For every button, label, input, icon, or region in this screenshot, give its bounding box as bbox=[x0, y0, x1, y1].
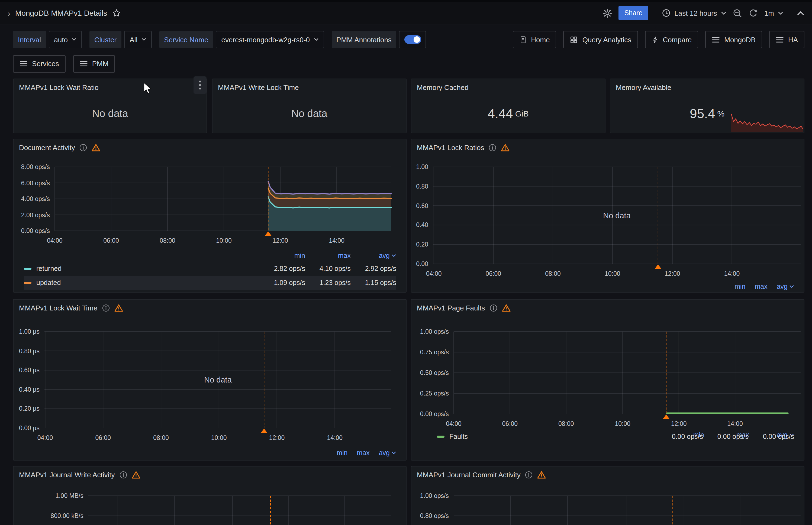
page-faults-legend: Faults 0.00 ops/s 0.00 ops/s 0.00 ops/s bbox=[437, 430, 794, 444]
query-analytics-link-label: Query Analytics bbox=[582, 35, 632, 44]
mmapv1-page-faults-chart[interactable]: 1.00 ops/s0.75 ops/s0.50 ops/s0.25 ops/s… bbox=[454, 332, 801, 414]
warning-icon[interactable] bbox=[92, 143, 101, 151]
zoom-out-icon[interactable] bbox=[733, 9, 742, 18]
mongodb-menu-label: MongoDB bbox=[724, 35, 756, 44]
series-avg: 0.00 ops/s bbox=[749, 433, 794, 440]
clock-icon bbox=[662, 9, 670, 17]
query-analytics-link-button[interactable]: Query Analytics bbox=[563, 31, 638, 48]
info-icon[interactable] bbox=[102, 304, 110, 312]
menu-toolbar: Services PMM bbox=[13, 55, 115, 72]
info-icon[interactable] bbox=[489, 143, 497, 151]
panel-title[interactable]: MMAPv1 Journal Commit Activity bbox=[417, 470, 521, 479]
panel-title[interactable]: MMAPv1 Page Faults bbox=[417, 304, 485, 312]
legend-max-header[interactable]: max bbox=[755, 283, 767, 290]
legend-max-header[interactable]: max bbox=[357, 449, 369, 457]
service-name-select[interactable]: everest-mongodb-w2g-rs0-0 bbox=[216, 31, 324, 48]
panel-title[interactable]: MMAPv1 Journal Write Activity bbox=[19, 470, 115, 479]
dashboard: › MongoDB MMAPv1 Details Share Last 12 h… bbox=[0, 0, 812, 525]
panel-title[interactable]: MMAPv1 Lock Wait Ratio bbox=[19, 83, 99, 91]
breadcrumb-chevron-icon[interactable]: › bbox=[8, 9, 10, 17]
services-menu-button[interactable]: Services bbox=[13, 55, 65, 72]
panel-title[interactable]: Document Activity bbox=[19, 143, 75, 151]
info-icon[interactable] bbox=[525, 470, 533, 479]
legend-row-faults[interactable]: Faults 0.00 ops/s 0.00 ops/s 0.00 ops/s bbox=[437, 430, 794, 444]
pmm-annotations-label: PMM Annotations bbox=[331, 31, 397, 48]
chevron-down-icon bbox=[721, 11, 726, 15]
warning-icon[interactable] bbox=[114, 304, 123, 312]
ha-menu-button[interactable]: HA bbox=[769, 31, 804, 48]
legend-sort-controls: min max avg bbox=[735, 283, 794, 290]
cluster-select[interactable]: All bbox=[124, 31, 151, 48]
interval-value: auto bbox=[54, 35, 68, 44]
pmm-menu-button[interactable]: PMM bbox=[73, 55, 115, 72]
panel-title[interactable]: Memory Available bbox=[616, 83, 671, 91]
refresh-interval-select[interactable]: 1m bbox=[764, 9, 783, 17]
panel-menu-kebab-icon[interactable] bbox=[193, 76, 207, 94]
panel-title[interactable]: Memory Cached bbox=[417, 83, 469, 91]
favorite-star-icon[interactable] bbox=[112, 9, 121, 17]
interval-select[interactable]: auto bbox=[48, 31, 82, 48]
top-nav: › MongoDB MMAPv1 Details Share Last 12 h… bbox=[0, 2, 812, 25]
legend-row-returned[interactable]: returned 2.82 ops/s 4.10 ops/s 2.92 ops/… bbox=[24, 262, 396, 276]
no-data-text: No data bbox=[291, 107, 327, 119]
menu-icon bbox=[19, 60, 28, 67]
info-icon[interactable] bbox=[79, 143, 88, 151]
panel-mmapv1-lock-wait-ratio: MMAPv1 Lock Wait Ratio No data bbox=[13, 78, 207, 133]
legend-min-header[interactable]: min bbox=[735, 283, 745, 290]
compare-link-button[interactable]: Compare bbox=[645, 31, 698, 48]
cluster-filter: Cluster All bbox=[89, 31, 151, 48]
warning-icon[interactable] bbox=[132, 470, 141, 479]
mmapv1-journal-commit-activity-chart[interactable]: 1.00 ops/s0.80 ops/s bbox=[454, 496, 801, 525]
menu-icon bbox=[712, 36, 720, 43]
legend-avg-header[interactable]: avg bbox=[351, 252, 396, 259]
home-link-button[interactable]: Home bbox=[513, 31, 556, 48]
document-activity-chart[interactable]: 8.00 ops/s6.00 ops/s4.00 ops/s2.00 ops/s… bbox=[55, 167, 392, 231]
series-avg: 1.15 ops/s bbox=[351, 279, 396, 287]
mmapv1-lock-ratios-chart[interactable]: 1.000.800.600.400.200.0004:0006:0008:001… bbox=[433, 167, 801, 264]
cluster-label: Cluster bbox=[89, 31, 121, 48]
mmapv1-lock-wait-time-chart[interactable]: 1.00 µs0.80 µs0.60 µs0.40 µs0.20 µs0.00 … bbox=[44, 332, 392, 428]
panel-title[interactable]: MMAPv1 Lock Ratios bbox=[417, 143, 484, 151]
refresh-icon[interactable] bbox=[749, 9, 758, 18]
share-button[interactable]: Share bbox=[619, 6, 649, 20]
series-name: Faults bbox=[449, 433, 468, 440]
services-menu-label: Services bbox=[32, 60, 59, 68]
pmm-annotations-toggle[interactable] bbox=[399, 31, 426, 48]
mmapv1-journal-write-activity-chart[interactable]: 1.00 MB/s800.00 kB/s bbox=[88, 496, 392, 525]
warning-icon[interactable] bbox=[502, 304, 510, 312]
stat-value: 95.4 bbox=[690, 106, 715, 121]
panel-memory-available: Memory Available 95.4 % bbox=[610, 78, 804, 133]
time-range-picker[interactable]: Last 12 hours bbox=[662, 9, 726, 17]
legend-min-header[interactable]: min bbox=[260, 252, 305, 259]
panel-mmapv1-write-lock-time: MMAPv1 Write Lock Time No data bbox=[212, 78, 407, 133]
series-max: 4.10 ops/s bbox=[305, 265, 351, 272]
stat-unit: % bbox=[717, 109, 724, 118]
document-activity-legend: min max avg returned 2.82 ops/s 4.10 ops… bbox=[24, 250, 396, 290]
panel-title[interactable]: MMAPv1 Lock Wait Time bbox=[19, 304, 97, 312]
panel-title[interactable]: MMAPv1 Write Lock Time bbox=[218, 83, 299, 91]
info-icon[interactable] bbox=[489, 304, 497, 312]
panel-mmapv1-lock-ratios: MMAPv1 Lock Ratios 1.000.800.600.400.200… bbox=[411, 139, 804, 292]
interval-filter: Interval auto bbox=[13, 31, 82, 48]
window-top-strip bbox=[0, 0, 812, 2]
legend-min-header[interactable]: min bbox=[337, 449, 348, 457]
info-icon[interactable] bbox=[119, 470, 128, 479]
bolt-icon bbox=[651, 35, 658, 44]
warning-icon[interactable] bbox=[501, 143, 510, 151]
legend-avg-header[interactable]: avg bbox=[379, 449, 396, 457]
mongodb-menu-button[interactable]: MongoDB bbox=[705, 31, 762, 48]
page-title[interactable]: MongoDB MMAPv1 Details bbox=[15, 9, 107, 17]
panel-mmapv1-lock-wait-time: MMAPv1 Lock Wait Time 1.00 µs0.80 µs0.60… bbox=[13, 299, 407, 461]
legend-max-header[interactable]: max bbox=[305, 252, 351, 259]
series-min: 0.00 ops/s bbox=[658, 433, 703, 440]
divider bbox=[790, 7, 790, 19]
menu-icon bbox=[776, 36, 784, 43]
legend-avg-header[interactable]: avg bbox=[777, 283, 794, 290]
settings-gear-icon[interactable] bbox=[603, 9, 612, 18]
collapse-chevron-up-icon[interactable] bbox=[797, 11, 804, 15]
series-avg: 2.92 ops/s bbox=[351, 265, 396, 272]
legend-row-updated[interactable]: updated 1.09 ops/s 1.23 ops/s 1.15 ops/s bbox=[24, 276, 396, 290]
warning-icon[interactable] bbox=[537, 470, 546, 479]
home-link-label: Home bbox=[531, 35, 550, 44]
chevron-down-icon bbox=[789, 285, 794, 288]
